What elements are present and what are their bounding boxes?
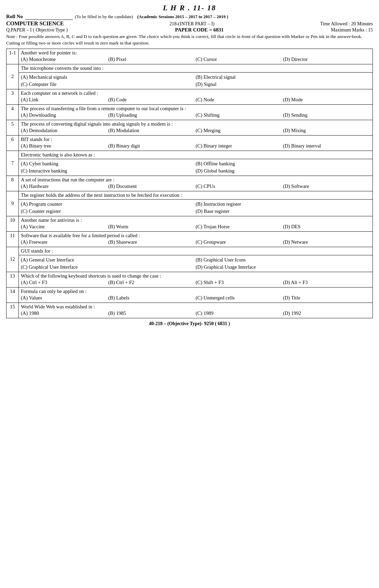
roll-no-label: Roll No (6, 14, 23, 20)
option: (A) Program counter (21, 201, 196, 207)
question-number: 10 (6, 216, 19, 231)
qpaper-label: Q.PAPER – I ( Objective Type ) (6, 27, 68, 33)
option: (B) Graphical User Icons (196, 257, 370, 263)
question-text: World Wide Web was established in :(A) 1… (19, 303, 373, 318)
option: (C) Graphical User Interface (21, 264, 196, 270)
question-number: 14 (6, 287, 19, 303)
option: (B) Modulation (108, 128, 196, 133)
time-allowed: Time Allowed : 20 Minutes (320, 21, 373, 27)
subject-label: COMPUTER SCIENCE (6, 21, 64, 27)
option: (B) Document (108, 183, 196, 189)
option: (C) Groupware (196, 239, 283, 245)
part-label: 218-(INTER PART – I) (169, 21, 214, 27)
question-number: 11 (6, 231, 19, 247)
question-number: 2 (6, 64, 19, 89)
option: (D) 1992 (283, 310, 371, 316)
option: (A) Cyber banking (21, 161, 196, 167)
option: (B) Electrical signal (196, 74, 370, 80)
option: (C) Shifting (196, 112, 283, 118)
footer: 40-218 – (Objective Type)- 9250 ( 6831 ) (6, 321, 373, 327)
option: (C) Cursor (196, 56, 283, 62)
option: (B) Code (108, 97, 196, 103)
question-number: 13 (6, 272, 19, 287)
option: (A) Values (21, 295, 108, 301)
question-number: 1-1 (6, 49, 19, 64)
option: (A) Mechanical signals (21, 74, 196, 80)
option: (B) Binary digit (108, 143, 196, 149)
question-options: (A) Cyber banking(B) Offline banking(C) … (19, 159, 373, 176)
option: (A) Link (21, 97, 108, 103)
option: (B) Ctrl + F2 (108, 280, 196, 285)
option: (B) Shareware (108, 239, 196, 245)
option: (A) Binary tree (21, 143, 108, 149)
option: (C) Trojan Horse (196, 224, 283, 230)
question-number: 3 (6, 89, 19, 104)
option: (B) Pixel (108, 56, 196, 62)
option: (D) Global banking (196, 168, 370, 174)
option: (A) Downloading (21, 112, 108, 118)
question-number: 4 (6, 104, 19, 120)
questions-table: 1-1Another word for pointer is:(A) Monoc… (6, 49, 373, 318)
question-options: (A) Mechanical signals(B) Electrical sig… (19, 72, 373, 89)
option: (D) Netware (283, 239, 371, 245)
question-number: 12 (6, 247, 19, 272)
option: (A) Hardware (21, 183, 108, 189)
option: (D) DES (283, 224, 371, 230)
option: (A) Ctrl + F3 (21, 280, 108, 285)
option: (C) Binary integer (196, 143, 283, 149)
note-text: Note : Four possible answers A, B, C and… (6, 34, 373, 47)
academic-sessions: (Academic Sessions 2015 – 2017 to 2017 –… (137, 14, 228, 20)
option: (C) CPUs (196, 183, 283, 189)
question-text: Software that is available free for a li… (19, 231, 373, 247)
question-text: Each computer on a network is called :(A… (19, 89, 373, 104)
question-text: Which of the following keyboard shortcut… (19, 272, 373, 287)
option: (D) Director (283, 56, 371, 62)
question-text: The register holds the address of the ne… (19, 191, 373, 199)
question-text: Another name for antivirus is :(A) Vacci… (19, 216, 373, 231)
option: (A) Freeware (21, 239, 108, 245)
option: (D) Software (283, 183, 371, 189)
option: (C) Counter register (21, 208, 196, 214)
option: (C) 1989 (196, 310, 283, 316)
option: (C) Node (196, 97, 283, 103)
option: (C) Shift + F3 (196, 280, 283, 285)
question-number: 6 (6, 135, 19, 151)
question-options: (A) General User Interface(B) Graphical … (19, 255, 373, 272)
option: (D) Title (283, 295, 371, 301)
option: (D) Binary interval (283, 143, 371, 149)
question-text: The process of transferring a file from … (19, 104, 373, 120)
option: (C) Merging (196, 128, 283, 133)
option: (D) Mode (283, 97, 371, 103)
header-title: L H R . 11- 18 (6, 3, 373, 12)
option: (A) Monochrome (21, 56, 108, 62)
question-number: 9 (6, 191, 19, 216)
question-number: 7 (6, 151, 19, 176)
question-number: 15 (6, 303, 19, 318)
roll-no-blank (25, 14, 73, 20)
option: (D) Signal (196, 81, 370, 87)
option: (C) Interactive banking (21, 168, 196, 174)
question-number: 8 (6, 176, 19, 191)
option: (A) Demodulation (21, 128, 108, 133)
question-text: Another word for pointer is:(A) Monochro… (19, 49, 373, 64)
option: (B) Labels (108, 295, 196, 301)
option: (D) Alt + F3 (283, 280, 371, 285)
question-text: Electronic banking is also known as : (19, 151, 373, 159)
question-text: The process of converting digital signal… (19, 120, 373, 135)
question-text: A set of instructions that run the compu… (19, 176, 373, 191)
paper-code: PAPER CODE = 6831 (175, 27, 224, 33)
option: (B) 1985 (108, 310, 196, 316)
roll-no-note: (To be filled in by the candidate) (75, 14, 133, 20)
question-options: (A) Program counter(B) Instruction regis… (19, 199, 373, 216)
option: (C) Unmerged cells (196, 295, 283, 301)
option: (B) Offline banking (196, 161, 370, 167)
question-text: BIT stands for :(A) Binary tree(B) Binar… (19, 135, 373, 151)
option: (A) 1980 (21, 310, 108, 316)
question-text: Formula can only be applied on :(A) Valu… (19, 287, 373, 303)
option: (A) General User Interface (21, 257, 196, 263)
question-text: The microphone converts the sound into : (19, 64, 373, 72)
option: (A) Vaccine (21, 224, 108, 230)
option: (D) Graphical Usage Interface (196, 264, 370, 270)
option: (B) Worm (108, 224, 196, 230)
max-marks: Maximum Marks : 15 (331, 27, 373, 33)
